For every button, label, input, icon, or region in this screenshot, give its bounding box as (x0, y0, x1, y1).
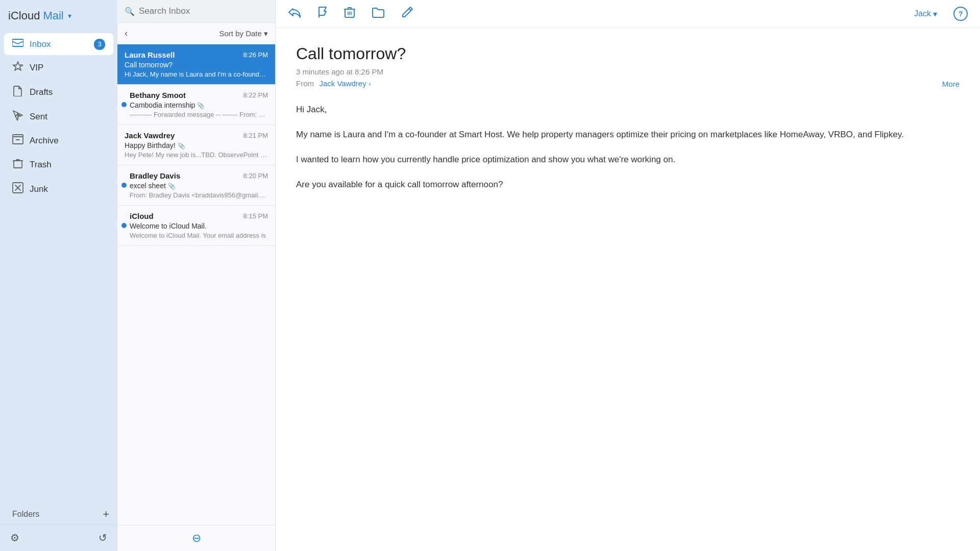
sidebar: iCloud Mail ▾ Inbox3VIPDraftsSentArchive… (0, 0, 117, 551)
email-body-paragraph: I wanted to learn how you currently hand… (296, 153, 960, 167)
email-preview-text: ---------- Forwarded message -- ------- … (130, 111, 268, 118)
settings-icon[interactable]: ⚙ (10, 532, 19, 544)
email-time: 8:20 PM (243, 172, 268, 180)
folders-section-header: Folders + (0, 502, 117, 524)
collapse-button[interactable]: ‹ (125, 28, 128, 39)
compose-button[interactable] (401, 6, 413, 21)
add-folder-button[interactable]: + (103, 508, 109, 521)
svg-rect-1 (13, 137, 23, 144)
email-list-item[interactable]: iCloud8:15 PMWelcome to iCloud Mail.Welc… (117, 206, 275, 246)
from-chevron-icon: › (369, 81, 371, 88)
email-subject-line: Cambodia internship📎 (130, 101, 268, 109)
sidebar-item-label-inbox: Inbox (30, 39, 88, 49)
unread-indicator (121, 183, 127, 188)
drafts-icon (12, 85, 23, 99)
email-list: Laura Russell8:26 PMCall tomorrow?Hi Jac… (117, 44, 275, 525)
attachment-icon: 📎 (168, 183, 176, 190)
sidebar-item-trash[interactable]: Trash (4, 153, 113, 177)
sidebar-footer: ⚙ ↺ (0, 524, 117, 551)
unread-indicator (121, 223, 127, 228)
sidebar-item-label-trash: Trash (30, 160, 105, 170)
attachment-icon: 📎 (197, 102, 205, 109)
email-list-item[interactable]: Bradley Davis8:20 PMexcel sheet📎From: Br… (117, 165, 275, 206)
brand-icloud: iCloud (8, 9, 40, 22)
email-body-paragraph: Hi Jack, (296, 103, 960, 117)
search-input[interactable] (139, 6, 268, 16)
email-time: 8:26 PM (243, 51, 268, 59)
sidebar-item-junk[interactable]: Junk (4, 177, 113, 201)
search-bar: 🔍 (117, 0, 275, 23)
sent-icon (12, 110, 23, 123)
email-preview-text: Welcome to iCloud Mail. Your email addre… (130, 232, 268, 239)
junk-icon (12, 182, 23, 196)
sidebar-item-label-archive: Archive (30, 136, 105, 146)
app-dropdown-arrow[interactable]: ▾ (68, 12, 71, 20)
email-subject: Call tomorrow? (296, 44, 960, 63)
email-sender-name: Jack Vawdrey (125, 131, 175, 140)
email-time: 8:21 PM (243, 132, 268, 139)
more-button[interactable]: More (942, 80, 960, 88)
email-time: 8:22 PM (243, 91, 268, 99)
email-sender-name: Bradley Davis (130, 171, 180, 180)
sidebar-item-sent[interactable]: Sent (4, 105, 113, 129)
inbox-icon (12, 38, 23, 50)
move-to-folder-button[interactable] (372, 7, 385, 21)
email-list-item[interactable]: Jack Vawdrey8:21 PMHappy Birthday!📎Hey P… (117, 125, 275, 165)
sort-label: Sort by Date ▾ (219, 29, 268, 38)
attachment-icon: 📎 (178, 142, 185, 149)
compose-circle-button[interactable]: ⊖ (192, 532, 201, 545)
sidebar-item-archive[interactable]: Archive (4, 129, 113, 152)
sidebar-item-inbox[interactable]: Inbox3 (4, 33, 113, 55)
sidebar-nav: Inbox3VIPDraftsSentArchiveTrashJunk (0, 29, 117, 502)
email-body-paragraph: Are you available for a quick call tomor… (296, 178, 960, 192)
folders-label: Folders (12, 510, 39, 519)
flag-button[interactable] (317, 6, 328, 21)
email-preview-text: From: Bradley Davis <braddavis956@gmail.… (130, 191, 268, 199)
sidebar-item-drafts[interactable]: Drafts (4, 80, 113, 104)
email-subject-line: Welcome to iCloud Mail. (130, 222, 268, 230)
sidebar-item-vip[interactable]: VIP (4, 56, 113, 80)
email-detail-panel: Jack ▾ ? Call tomorrow? 3 minutes ago at… (276, 0, 980, 551)
inbox-badge: 3 (94, 39, 105, 50)
email-list-item[interactable]: Bethany Smoot8:22 PMCambodia internship📎… (117, 85, 275, 125)
trash-button[interactable] (344, 6, 355, 21)
archive-icon (12, 134, 23, 147)
email-from-section: From Jack Vawdrey › (296, 79, 371, 88)
email-time: 8:15 PM (243, 212, 268, 220)
search-icon: 🔍 (125, 7, 135, 16)
email-content: Call tomorrow? 3 minutes ago at 8:26 PM … (276, 28, 980, 551)
user-dropdown-arrow: ▾ (933, 9, 937, 19)
email-sender-name: iCloud (130, 212, 154, 220)
sidebar-item-label-junk: Junk (30, 184, 105, 194)
user-name: Jack (914, 9, 931, 18)
reply-button[interactable] (288, 7, 301, 21)
unread-indicator (121, 102, 127, 107)
vip-icon (12, 61, 23, 74)
sidebar-item-label-vip: VIP (30, 63, 105, 73)
detail-toolbar: Jack ▾ ? (276, 0, 980, 28)
email-preview-text: Hey Pete! My new job is...TBD. ObservePo… (125, 151, 268, 159)
brand-mail: Mail (43, 9, 63, 22)
from-sender[interactable]: Jack Vawdrey (319, 79, 366, 88)
user-menu[interactable]: Jack ▾ (914, 9, 937, 19)
trash-icon (12, 158, 23, 171)
help-button[interactable]: ? (953, 7, 968, 21)
svg-rect-2 (14, 161, 22, 168)
email-sender-name: Bethany Smoot (130, 91, 186, 99)
email-subject-line: Happy Birthday!📎 (125, 141, 268, 149)
app-header: iCloud Mail ▾ (0, 0, 117, 29)
email-subject-line: Call tomorrow? (125, 61, 268, 69)
sidebar-item-label-drafts: Drafts (30, 87, 105, 97)
from-label: From (296, 79, 314, 88)
email-from-row: From Jack Vawdrey › More (296, 79, 960, 88)
email-list-item[interactable]: Laura Russell8:26 PMCall tomorrow?Hi Jac… (117, 44, 275, 85)
email-subject-line: excel sheet📎 (130, 182, 268, 190)
sort-bar: ‹ Sort by Date ▾ (117, 23, 275, 44)
list-footer: ⊖ (117, 525, 275, 551)
refresh-icon[interactable]: ↺ (99, 532, 107, 544)
email-body: Hi Jack,My name is Laura and I'm a co-fo… (296, 103, 960, 192)
email-sender-name: Laura Russell (125, 51, 175, 59)
email-list-panel: 🔍 ‹ Sort by Date ▾ Laura Russell8:26 PMC… (117, 0, 276, 551)
email-body-paragraph: My name is Laura and I'm a co-founder at… (296, 128, 960, 142)
sidebar-item-label-sent: Sent (30, 112, 105, 122)
